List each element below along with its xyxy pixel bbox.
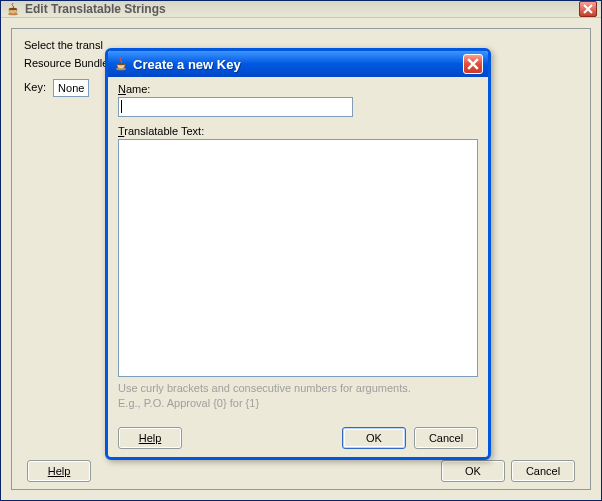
create-key-dialog: Create a new Key Name: Translatable Text… <box>105 48 491 460</box>
translatable-text-label: Translatable Text: <box>118 125 478 137</box>
close-icon <box>467 58 479 70</box>
svg-point-3 <box>117 63 125 65</box>
key-select[interactable]: None <box>53 79 89 97</box>
close-icon <box>583 4 593 14</box>
outer-titlebar: Edit Translatable Strings <box>1 1 601 18</box>
modal-ok-button[interactable]: OK <box>342 427 406 449</box>
name-input-wrap <box>118 97 478 117</box>
java-cup-icon <box>5 1 21 17</box>
outer-title: Edit Translatable Strings <box>25 2 579 16</box>
modal-help-button[interactable]: Help <box>118 427 182 449</box>
modal-close-button[interactable] <box>463 54 483 74</box>
name-input[interactable] <box>118 97 353 117</box>
modal-title: Create a new Key <box>133 57 463 72</box>
modal-button-bar: Help OK Cancel <box>108 419 488 457</box>
svg-point-1 <box>9 8 17 10</box>
outer-close-button[interactable] <box>579 1 597 17</box>
outer-ok-button[interactable]: OK <box>441 460 505 482</box>
outer-body: Select the transl Resource Bundle Key: N… <box>1 18 601 500</box>
java-cup-icon <box>113 56 129 72</box>
translatable-text-input[interactable] <box>118 139 478 377</box>
outer-cancel-button[interactable]: Cancel <box>511 460 575 482</box>
key-label: Key: <box>24 81 46 93</box>
outer-help-button[interactable]: Help <box>27 460 91 482</box>
modal-titlebar: Create a new Key <box>108 51 488 77</box>
edit-translatable-strings-dialog: Edit Translatable Strings Select the tra… <box>0 0 602 501</box>
name-label: Name: <box>118 83 478 95</box>
modal-cancel-button[interactable]: Cancel <box>414 427 478 449</box>
text-caret <box>121 100 122 113</box>
modal-body: Name: Translatable Text: Use curly brack… <box>108 77 488 419</box>
hint-text: Use curly brackets and consecutive numbe… <box>118 381 478 411</box>
outer-button-bar: Help OK Cancel <box>12 460 590 482</box>
